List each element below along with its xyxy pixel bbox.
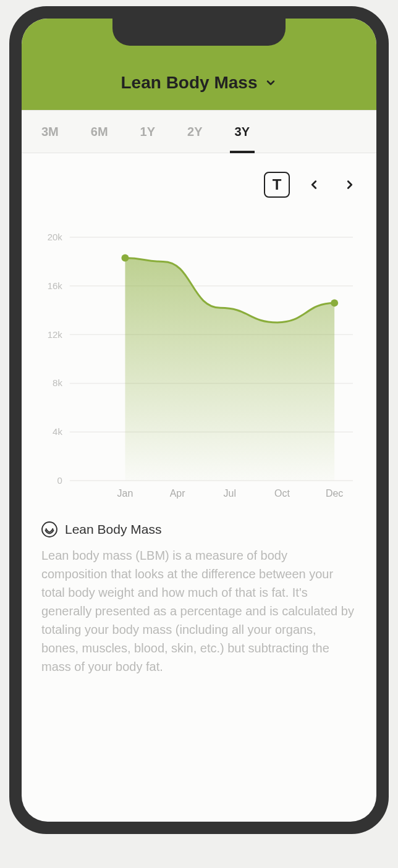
svg-text:12k: 12k [48,329,63,340]
tab-3m[interactable]: 3M [25,111,75,153]
description-body: Lean body mass (LBM) is a measure of bod… [41,546,357,676]
svg-text:4k: 4k [53,426,62,437]
svg-point-19 [42,522,57,537]
svg-text:16k: 16k [48,280,63,291]
svg-text:Oct: Oct [274,488,290,499]
chart-toolbar: T [22,153,376,198]
svg-point-12 [121,254,129,261]
chevron-down-icon [265,77,277,89]
tab-6m[interactable]: 6M [75,111,124,153]
screen: Lean Body Mass 3M 6M 1Y 2Y 3Y T 04k8k12k… [22,19,376,822]
mode-toggle-label: T [273,176,282,193]
phone-frame: Lean Body Mass 3M 6M 1Y 2Y 3Y T 04k8k12k… [9,6,389,834]
svg-text:8k: 8k [53,377,62,388]
description-section: Lean Body Mass Lean body mass (LBM) is a… [22,504,376,676]
mode-toggle-button[interactable]: T [264,172,290,198]
chart-nav [307,178,357,192]
description-title: Lean Body Mass [65,522,161,537]
svg-text:Apr: Apr [170,488,185,499]
chevron-right-icon[interactable] [343,178,357,192]
phone-notch [112,17,286,46]
svg-text:Dec: Dec [326,488,343,499]
svg-text:0: 0 [57,475,62,486]
svg-text:Jul: Jul [224,488,236,499]
chevron-left-icon[interactable] [307,178,321,192]
page-title: Lean Body Mass [121,73,258,93]
svg-point-13 [331,299,338,306]
tab-2y[interactable]: 2Y [171,111,218,153]
metric-selector[interactable]: Lean Body Mass [121,73,277,93]
area-chart: 04k8k12k16k20kJanAprJulOctDec [39,232,359,504]
chart-area: 04k8k12k16k20kJanAprJulOctDec [22,198,376,504]
range-tabs: 3M 6M 1Y 2Y 3Y [22,110,376,153]
svg-text:20k: 20k [48,232,63,242]
tab-3y[interactable]: 3Y [219,111,266,153]
hands-cup-icon [41,521,57,537]
svg-text:Jan: Jan [117,488,133,499]
description-header: Lean Body Mass [41,521,357,537]
tab-1y[interactable]: 1Y [124,111,171,153]
